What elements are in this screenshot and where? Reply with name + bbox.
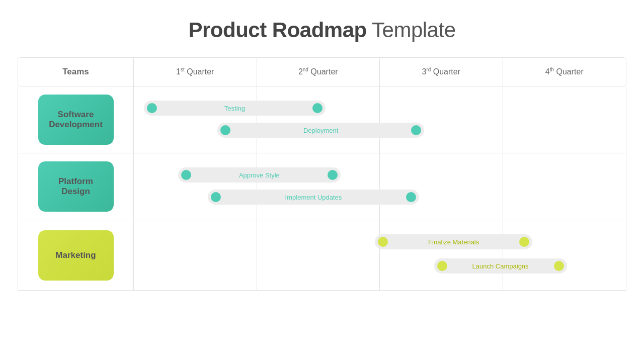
q2-cell-marketing: [257, 220, 380, 290]
q1-cell-platform: [134, 153, 257, 220]
q1-cell-software: [134, 86, 257, 153]
teams-header: Teams: [18, 58, 134, 86]
q1-sup: st: [181, 67, 185, 72]
q2-cell-software: [257, 86, 380, 153]
q1-number: 1: [176, 67, 181, 76]
team-cell-platform: Platform Design: [18, 153, 134, 220]
q3-cell-marketing: [380, 220, 503, 290]
q2-number: 2: [298, 67, 303, 76]
header-row: Teams 1st Quarter 2nd Quarter 3rd Quarte…: [18, 57, 626, 86]
q2-sup: nd: [303, 67, 308, 72]
page-title: Product Roadmap Template: [188, 18, 455, 42]
team-label-software: Software Development: [38, 95, 114, 145]
q4-cell-platform: [503, 153, 626, 220]
row-marketing: Marketing Finalize Materials Launch Camp…: [18, 220, 626, 291]
q4-cell-software: [503, 86, 626, 153]
q4-number: 4: [545, 67, 550, 76]
q3-sup: rd: [426, 67, 431, 72]
row-software-development: Software Development Testing Deployment: [18, 86, 626, 153]
q2-cell-platform: [257, 153, 380, 220]
q4-sup: th: [550, 67, 554, 72]
q3-cell-software: [380, 86, 503, 153]
q3-header: 3rd Quarter: [380, 58, 503, 86]
q3-cell-platform: [380, 153, 503, 220]
q2-header: 2nd Quarter: [257, 58, 380, 86]
team-cell-software: Software Development: [18, 86, 134, 153]
q4-cell-marketing: [503, 220, 626, 290]
team-label-platform: Platform Design: [38, 161, 114, 212]
team-cell-marketing: Marketing: [18, 220, 134, 290]
q1-cell-marketing: [134, 220, 257, 290]
row-platform-design: Platform Design Approve Style Implement …: [18, 153, 626, 220]
roadmap-container: Teams 1st Quarter 2nd Quarter 3rd Quarte…: [18, 57, 626, 291]
q4-header: 4th Quarter: [503, 58, 626, 86]
q1-header: 1st Quarter: [134, 58, 257, 86]
team-label-marketing: Marketing: [38, 230, 114, 281]
